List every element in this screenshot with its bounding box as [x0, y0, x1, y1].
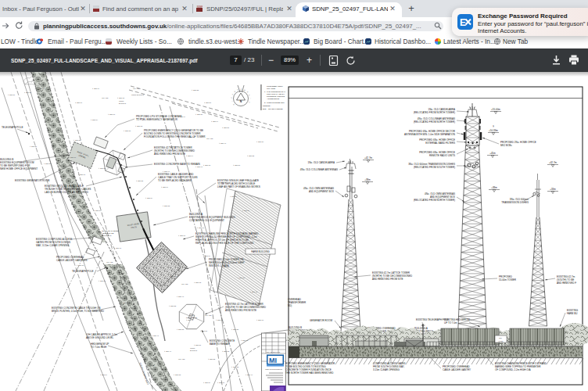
- svg-text:MI: MI: [269, 357, 277, 364]
- svg-text:238.89: 238.89: [231, 196, 238, 197]
- svg-text:238.51: 238.51: [9, 94, 16, 95]
- svg-text:AND REMOVED FROM SITE: AND REMOVED FROM SITE: [225, 309, 256, 312]
- svg-text:238.82: 238.82: [100, 167, 106, 169]
- svg-text:TO 7.0m HIGH: TO 7.0m HIGH: [91, 346, 106, 349]
- svg-text:M: M: [243, 89, 246, 91]
- svg-text:DRWG N: DRWG N: [273, 351, 280, 353]
- svg-text:T: T: [248, 94, 250, 96]
- svg-text:A: A: [246, 91, 249, 93]
- svg-text:I: I: [231, 101, 233, 102]
- svg-text:GRASS: GRASS: [178, 358, 185, 361]
- svg-text:238.81: 238.81: [195, 344, 202, 346]
- svg-text:238.19: 238.19: [94, 88, 100, 89]
- svg-text:NEW HOME OFFICE EQUIPMENT: NEW HOME OFFICE EQUIPMENT: [0, 167, 38, 170]
- svg-text:238.48: 238.48: [242, 339, 249, 341]
- svg-text:238.57: 238.57: [235, 164, 241, 166]
- svg-text:GRASS: GRASS: [206, 138, 213, 140]
- svg-text:COPYRIGHT AND SH: COPYRIGHT AND SH: [267, 93, 285, 95]
- svg-text:AND REMOVED F: AND REMOVED F: [557, 282, 576, 285]
- svg-text:238.67: 238.67: [219, 382, 225, 383]
- svg-text:TELEGRAPH POLE: TELEGRAPH POLE: [2, 126, 23, 129]
- svg-text:238.83: 238.83: [224, 350, 230, 352]
- svg-text:238.16: 238.16: [77, 102, 83, 103]
- svg-text:MFD Communications: MFD Communications: [265, 368, 283, 370]
- svg-text:55.00m TOWER: 55.00m TOWER: [499, 278, 517, 282]
- svg-text:AGREEMENTS.: AGREEMENTS.: [267, 98, 280, 99]
- svg-text:LEAF AS PART OF ENABLING WORKS: LEAF AS PART OF ENABLING WORKS: [217, 185, 260, 188]
- svg-text:4No. OLD COLLINEAR ANTENNAS: 4No. OLD COLLINEAR ANTENNAS: [300, 168, 338, 171]
- svg-text:EXTERNAL BAND FILTERS: EXTERNAL BAND FILTERS: [425, 142, 455, 145]
- svg-text:238.63: 238.63: [195, 282, 202, 283]
- svg-text:(RELOCATED FROM NORTH TOWER): (RELOCATED FROM NORTH TOWER): [414, 120, 455, 124]
- svg-text:+50.39m: +50.39m: [489, 129, 498, 132]
- svg-text:REMOTE RADIO UNITS: REMOTE RADIO UNITS: [429, 154, 455, 157]
- svg-text:238.48: 238.48: [252, 291, 258, 292]
- svg-text:238.84: 238.84: [92, 119, 99, 120]
- svg-text:ABOVE GROUND LEVEL: ABOVE GROUND LEVEL: [86, 336, 114, 339]
- svg-text:CABLE LADDER GANTRY: CABLE LADDER GANTRY: [443, 368, 471, 371]
- svg-text:CONC: CONC: [119, 100, 124, 102]
- svg-text:UP TO 7.0m: UP TO 7.0m: [444, 321, 457, 325]
- svg-text:2.: 2.: [264, 102, 266, 103]
- svg-text:FOUNDATION FOLLOWING THE REMOV: FOUNDATION FOLLOWING THE REMOVAL OF TOWE…: [144, 135, 206, 138]
- svg-text:238.84: 238.84: [205, 255, 211, 256]
- svg-text:MK2 BOBs: MK2 BOBs: [500, 144, 512, 147]
- svg-text:+38m: +38m: [491, 186, 497, 189]
- svg-text:C: C: [248, 101, 250, 103]
- svg-text:238.37: 238.37: [197, 113, 203, 115]
- svg-text:+38m: +38m: [364, 178, 371, 181]
- svg-text:+45m: +45m: [489, 152, 496, 155]
- svg-text:238.90: 238.90: [197, 166, 203, 167]
- svg-text:GENERATOR ROOM: GENERATOR ROOM: [310, 319, 332, 322]
- svg-text:238.63: 238.63: [137, 125, 143, 127]
- svg-text:238.36: 238.36: [244, 210, 250, 211]
- svg-text:238.65: 238.65: [125, 130, 131, 131]
- svg-text:WORKS NOTED ONL: WORKS NOTED ONL: [267, 102, 285, 103]
- svg-text:238.84: 238.84: [95, 210, 102, 211]
- svg-text:238.47: 238.47: [178, 296, 185, 297]
- svg-text:SCALE: SCALE: [267, 351, 273, 353]
- svg-text:TELEGRAPH POLE: TELEGRAPH POLE: [72, 270, 93, 273]
- svg-text:D: D: [233, 103, 235, 106]
- svg-text:238.83: 238.83: [164, 205, 170, 206]
- svg-text:LAID IN BURIED DUCTS AS REQUIR: LAID IN BURIED DUCTS AS REQUIRED: [45, 191, 89, 194]
- svg-text:238.46: 238.46: [247, 374, 253, 375]
- svg-text:238.84: 238.84: [147, 197, 153, 199]
- svg-text:238.83: 238.83: [178, 328, 185, 330]
- svg-text:(RELOCATED FROM SOUTH TOWER): (RELOCATED FROM SOUTH TOWER): [414, 166, 455, 169]
- svg-text:238.34: 238.34: [205, 382, 211, 383]
- svg-text:A: A: [236, 89, 238, 91]
- svg-text:238.80: 238.80: [45, 163, 52, 164]
- svg-text:238.77: 238.77: [258, 319, 264, 321]
- svg-text:238.41: 238.41: [188, 319, 194, 321]
- svg-text:ND): ND): [288, 304, 292, 307]
- svg-text:CONTAINING OLD EQUIPMENT: CONTAINING OLD EQUIPMENT: [189, 219, 224, 222]
- svg-text:(MIN 237.1): (MIN 237.1): [102, 235, 112, 237]
- svg-text:+0.0m: +0.0m: [498, 340, 504, 343]
- svg-text:238.33: 238.33: [170, 305, 177, 307]
- svg-text:PROJECTS. NON DIS: PROJECTS. NON DIS: [267, 95, 285, 97]
- svg-text:238.22: 238.22: [249, 155, 255, 156]
- svg-text:238.15: 238.15: [78, 264, 84, 266]
- svg-text:JULY 2025: JULY 2025: [267, 88, 276, 89]
- svg-text:INSITU R.C. BASE: INSITU R.C. BASE: [209, 264, 229, 267]
- svg-text:CONC: CONC: [190, 347, 195, 349]
- svg-text:BLOCKS: BLOCKS: [190, 350, 197, 351]
- svg-text:AND REMOVED FROM SITE: AND REMOVED FROM SITE: [154, 152, 185, 156]
- svg-text:238.27: 238.27: [124, 302, 130, 303]
- svg-text:THE CONTENTS OF T...: THE CONTENTS OF T...: [267, 91, 287, 92]
- svg-text:238.56: 238.56: [206, 102, 212, 103]
- svg-text:GRASS: GRASS: [133, 88, 140, 90]
- svg-text:238.16: 238.16: [199, 227, 205, 228]
- svg-text:+55.00m: +55.00m: [491, 108, 500, 111]
- svg-text:BLD = OTHER LICENSE: BLD = OTHER LICENSE: [263, 108, 283, 109]
- svg-text:238.33: 238.33: [210, 358, 216, 360]
- svg-text:OF COMPOUND, 2.2m HIGH O/A: OF COMPOUND, 2.2m HIGH O/A: [495, 368, 531, 371]
- svg-text:AND REMOVED FROM SITE: AND REMOVED FROM SITE: [372, 278, 403, 281]
- svg-text:238.84: 238.84: [102, 374, 108, 375]
- svg-text:238.49: 238.49: [166, 350, 172, 352]
- svg-text:CONC BLOCKS: CONC BLOCKS: [131, 94, 144, 95]
- svg-text:238.21: 238.21: [31, 145, 38, 147]
- svg-text:BRICK PLINTHS, 0.5m HIGH, TO B: BRICK PLINTHS, 0.5m HIGH, TO BE REMOVED: [52, 310, 105, 313]
- svg-text:1No. OLD CANDELABRA: 1No. OLD CANDELABRA: [307, 161, 335, 164]
